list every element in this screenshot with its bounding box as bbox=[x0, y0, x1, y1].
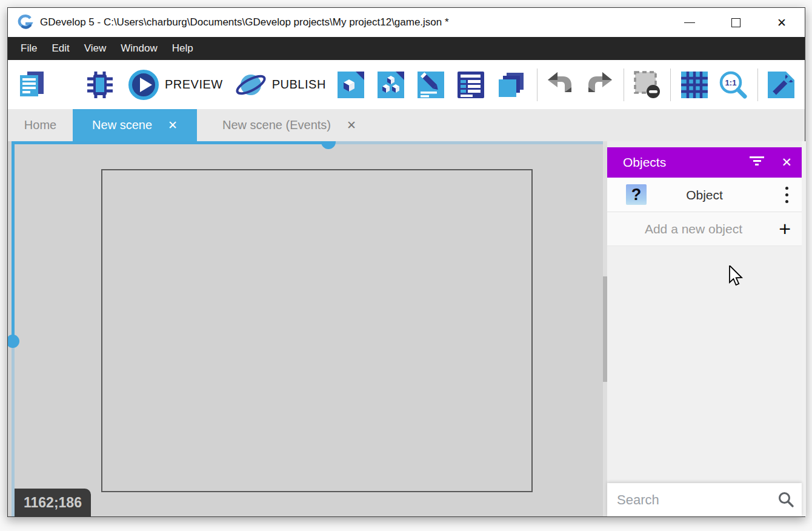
toolbar-separator bbox=[624, 68, 624, 101]
tab-label: Home bbox=[24, 118, 56, 132]
canvas-right-scrollbar-thumb[interactable] bbox=[603, 276, 607, 382]
window-controls: ✕ bbox=[667, 8, 805, 37]
objects-panel-title: Objects bbox=[623, 155, 666, 170]
gdevelop-window: GDevelop 5 - C:\Users\charburg\Documents… bbox=[7, 7, 805, 517]
svg-text:1:1: 1:1 bbox=[725, 78, 736, 87]
publish-label: PUBLISH bbox=[272, 78, 326, 92]
edit-scene-icon[interactable] bbox=[336, 70, 366, 100]
scene-canvas[interactable]: 1162;186 bbox=[8, 141, 607, 516]
edit-external-layout-icon[interactable] bbox=[376, 70, 406, 100]
search-icon[interactable] bbox=[777, 491, 794, 508]
maximize-button[interactable] bbox=[713, 8, 759, 37]
zoom-1-1-icon[interactable]: 1:1 bbox=[718, 70, 748, 100]
project-manager-icon[interactable] bbox=[17, 70, 47, 100]
toggle-grid-icon[interactable] bbox=[679, 70, 710, 100]
filter-icon[interactable] bbox=[750, 156, 764, 169]
preview-label: PREVIEW bbox=[165, 78, 223, 92]
menu-edit[interactable]: Edit bbox=[44, 37, 76, 60]
right-gutter bbox=[802, 141, 806, 516]
objects-panel-empty-area bbox=[607, 246, 802, 483]
cursor-coordinates-badge: 1162;186 bbox=[15, 489, 91, 516]
open-settings-icon[interactable] bbox=[766, 70, 796, 100]
tab-label: New scene bbox=[92, 118, 152, 132]
game-window-frame bbox=[101, 169, 533, 492]
preview-button[interactable]: PREVIEW bbox=[128, 69, 223, 101]
object-context-menu-icon[interactable] bbox=[785, 187, 789, 207]
toolbar-separator bbox=[670, 68, 671, 101]
window-title: GDevelop 5 - C:\Users\charburg\Documents… bbox=[40, 16, 449, 28]
content-area: 1162;186 Objects ✕ ? Object Add a new ob… bbox=[8, 141, 805, 516]
gdevelop-logo-icon bbox=[16, 13, 35, 32]
tab-bar: Home New scene ✕ New scene (Events) ✕ bbox=[8, 109, 805, 141]
objects-panel-close-icon[interactable]: ✕ bbox=[781, 147, 792, 178]
open-layers-icon[interactable] bbox=[496, 70, 526, 100]
vertical-scrollbar-thumb[interactable] bbox=[8, 335, 19, 348]
objects-panel-header: Objects ✕ bbox=[607, 147, 802, 178]
publish-globe-icon bbox=[235, 69, 267, 101]
menu-view[interactable]: View bbox=[77, 37, 114, 60]
mouse-cursor-icon bbox=[728, 266, 744, 286]
undo-icon[interactable] bbox=[545, 70, 575, 100]
toolbar-separator bbox=[757, 68, 758, 101]
edit-events-icon[interactable] bbox=[456, 70, 486, 100]
redo-icon[interactable] bbox=[585, 70, 615, 100]
preview-play-icon bbox=[128, 69, 159, 101]
object-name: Object bbox=[607, 178, 802, 212]
objects-panel: Objects ✕ ? Object Add a new object + bbox=[607, 141, 802, 516]
close-button[interactable]: ✕ bbox=[759, 8, 805, 37]
tab-new-scene[interactable]: New scene ✕ bbox=[73, 109, 197, 141]
tab-close-icon[interactable]: ✕ bbox=[168, 118, 178, 132]
debugger-icon[interactable] bbox=[85, 70, 115, 100]
minimize-icon bbox=[684, 22, 695, 23]
plus-icon: + bbox=[779, 212, 791, 245]
menu-file[interactable]: File bbox=[13, 37, 44, 60]
title-bar: GDevelop 5 - C:\Users\charburg\Documents… bbox=[8, 8, 805, 37]
horizontal-scrollbar-fill[interactable] bbox=[12, 141, 328, 144]
edit-scene-properties-icon[interactable] bbox=[416, 70, 446, 100]
toolbar: PREVIEW PUBLISH bbox=[8, 60, 805, 109]
minimize-button[interactable] bbox=[667, 8, 713, 37]
tab-home[interactable]: Home bbox=[8, 109, 73, 141]
horizontal-scrollbar-track[interactable] bbox=[328, 141, 607, 144]
toggle-window-mask-icon[interactable] bbox=[632, 70, 662, 100]
objects-search-input[interactable] bbox=[607, 483, 802, 516]
horizontal-scrollbar-thumb[interactable] bbox=[321, 141, 336, 149]
add-object-button[interactable]: Add a new object + bbox=[607, 212, 802, 246]
menu-window[interactable]: Window bbox=[113, 37, 164, 60]
tab-new-scene-events[interactable]: New scene (Events) ✕ bbox=[197, 109, 382, 141]
object-list-item[interactable]: ? Object bbox=[607, 178, 802, 212]
menu-bar: File Edit View Window Help bbox=[8, 37, 805, 60]
maximize-icon bbox=[731, 18, 740, 27]
publish-button[interactable]: PUBLISH bbox=[235, 69, 326, 101]
objects-search-bar bbox=[607, 483, 802, 516]
toolbar-separator bbox=[537, 68, 537, 101]
vertical-scrollbar-fill[interactable] bbox=[12, 141, 15, 341]
menu-help[interactable]: Help bbox=[165, 37, 201, 60]
tab-label: New scene (Events) bbox=[222, 118, 331, 132]
tab-close-icon[interactable]: ✕ bbox=[347, 118, 356, 132]
add-object-label: Add a new object bbox=[607, 212, 780, 246]
